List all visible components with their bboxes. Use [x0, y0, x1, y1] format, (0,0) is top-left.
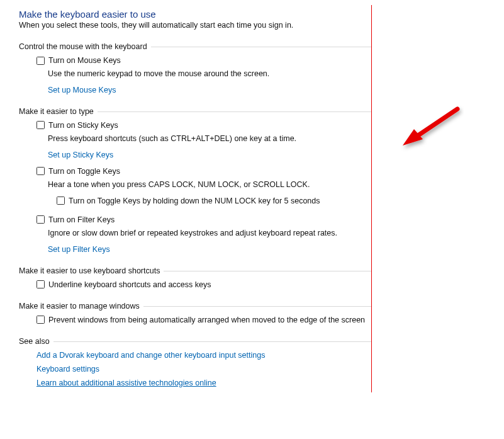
mouse-keys-label: Turn on Mouse Keys	[48, 56, 121, 65]
svg-line-0	[413, 109, 457, 139]
checkbox-icon	[36, 316, 45, 324]
section-easier-type: Make it easier to type Turn on Sticky Ke…	[19, 106, 371, 254]
annotation-arrow-icon	[398, 104, 464, 154]
filter-keys-label: Turn on Filter Keys	[48, 215, 115, 224]
setup-sticky-keys-link[interactable]: Set up Sticky Keys	[48, 151, 113, 159]
dvorak-link[interactable]: Add a Dvorak keyboard and change other k…	[36, 351, 265, 360]
underline-shortcuts-label: Underline keyboard shortcuts and access …	[48, 280, 211, 289]
toggle-keys-checkbox-row[interactable]: Turn on Toggle Keys	[19, 167, 371, 176]
svg-marker-1	[403, 129, 423, 145]
toggle-keys-numlock-checkbox-row[interactable]: Turn on Toggle Keys by holding down the …	[19, 197, 371, 205]
section-header-mouse: Control the mouse with the keyboard	[19, 41, 371, 52]
filter-keys-checkbox-row[interactable]: Turn on Filter Keys	[19, 215, 371, 224]
section-mouse-keys: Control the mouse with the keyboard Turn…	[19, 41, 371, 94]
toggle-keys-label: Turn on Toggle Keys	[48, 167, 120, 176]
toggle-keys-numlock-label: Turn on Toggle Keys by holding down the …	[69, 197, 320, 205]
annotation-line	[371, 5, 372, 392]
checkbox-icon	[36, 215, 45, 224]
section-shortcuts: Make it easier to use keyboard shortcuts…	[19, 265, 371, 289]
sticky-keys-label: Turn on Sticky Keys	[48, 121, 118, 130]
checkbox-icon	[36, 121, 45, 129]
section-see-also: See also Add a Dvorak keyboard and chang…	[19, 336, 371, 387]
section-header-seealso: See also	[19, 336, 371, 347]
page-subtitle: When you select these tools, they will a…	[19, 21, 371, 30]
assistive-tech-link[interactable]: Learn about additional assistive technol…	[36, 379, 216, 387]
keyboard-settings-link[interactable]: Keyboard settings	[36, 365, 99, 373]
underline-shortcuts-checkbox-row[interactable]: Underline keyboard shortcuts and access …	[19, 280, 371, 289]
checkbox-icon	[36, 57, 45, 65]
checkbox-icon	[57, 197, 65, 205]
section-header-shortcuts: Make it easier to use keyboard shortcuts	[19, 265, 371, 277]
filter-keys-description: Ignore or slow down brief or repeated ke…	[19, 228, 371, 239]
setup-filter-keys-link[interactable]: Set up Filter Keys	[48, 245, 110, 254]
toggle-keys-description: Hear a tone when you press CAPS LOCK, NU…	[19, 180, 371, 190]
sticky-keys-description: Press keyboard shortcuts (such as CTRL+A…	[19, 134, 371, 144]
setup-mouse-keys-link[interactable]: Set up Mouse Keys	[48, 86, 116, 94]
checkbox-icon	[36, 167, 45, 175]
checkbox-icon	[36, 280, 45, 288]
section-header-type: Make it easier to type	[19, 106, 371, 117]
mouse-keys-description: Use the numeric keypad to move the mouse…	[19, 69, 371, 79]
mouse-keys-checkbox-row[interactable]: Turn on Mouse Keys	[19, 56, 371, 65]
section-header-windows: Make it easier to manage windows	[19, 300, 371, 312]
page-title: Make the keyboard easier to use	[19, 9, 371, 20]
section-windows: Make it easier to manage windows Prevent…	[19, 300, 371, 324]
prevent-arrange-checkbox-row[interactable]: Prevent windows from being automatically…	[19, 316, 371, 324]
sticky-keys-checkbox-row[interactable]: Turn on Sticky Keys	[19, 121, 371, 130]
prevent-arrange-label: Prevent windows from being automatically…	[48, 316, 365, 324]
